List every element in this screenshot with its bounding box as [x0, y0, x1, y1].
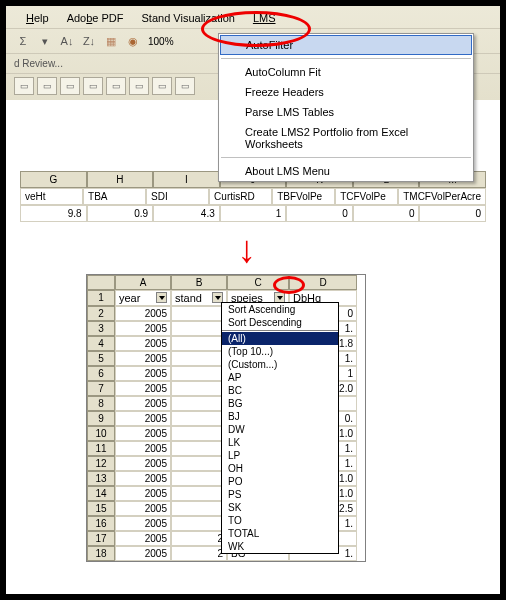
data-cell[interactable]	[171, 456, 227, 471]
menu-adobe-pdf[interactable]: Adobe PDF	[67, 12, 124, 24]
dd-option[interactable]: WK	[222, 540, 338, 553]
sigma-icon[interactable]: Σ	[14, 32, 32, 50]
data-cell[interactable]	[171, 426, 227, 441]
dd-option[interactable]: BC	[222, 384, 338, 397]
col-header[interactable]: H	[87, 171, 154, 188]
data-cell[interactable]: 2005	[115, 471, 171, 486]
header-cell[interactable]: TCFVolPe	[335, 188, 398, 205]
fmt-btn-3[interactable]: ▭	[60, 77, 80, 95]
sort-asc-icon[interactable]: A↓	[58, 32, 76, 50]
zoom-value[interactable]: 100%	[148, 36, 174, 47]
row-header[interactable]: 8	[87, 396, 115, 411]
lms-about[interactable]: About LMS Menu	[219, 161, 473, 181]
row-header[interactable]: 13	[87, 471, 115, 486]
data-cell[interactable]	[171, 366, 227, 381]
dd-option[interactable]: AP	[222, 371, 338, 384]
data-cell[interactable]: 2005	[115, 531, 171, 546]
dd-option[interactable]: PO	[222, 475, 338, 488]
data-cell[interactable]: 1	[220, 205, 287, 222]
row-header[interactable]: 5	[87, 351, 115, 366]
fmt-btn-2[interactable]: ▭	[37, 77, 57, 95]
row-header[interactable]: 12	[87, 456, 115, 471]
dd-option[interactable]: SK	[222, 501, 338, 514]
dropdown-icon[interactable]: ▾	[36, 32, 54, 50]
data-cell[interactable]: 2005	[115, 501, 171, 516]
dd-sort-desc[interactable]: Sort Descending	[222, 316, 338, 329]
data-cell[interactable]	[171, 306, 227, 321]
data-cell[interactable]: 2005	[115, 321, 171, 336]
row-header[interactable]: 9	[87, 411, 115, 426]
fmt-btn-5[interactable]: ▭	[106, 77, 126, 95]
dd-sort-asc[interactable]: Sort Ascending	[222, 303, 338, 316]
header-cell[interactable]: SDI	[146, 188, 209, 205]
data-cell[interactable]	[171, 441, 227, 456]
row-header[interactable]: 18	[87, 546, 115, 561]
data-cell[interactable]: 2	[171, 531, 227, 546]
row-header[interactable]: 10	[87, 426, 115, 441]
fmt-btn-1[interactable]: ▭	[14, 77, 34, 95]
dd-option[interactable]: TO	[222, 514, 338, 527]
data-cell[interactable]: 2005	[115, 351, 171, 366]
row-header[interactable]: 11	[87, 441, 115, 456]
row-header[interactable]: 1	[87, 290, 115, 306]
col-header[interactable]: B	[171, 275, 227, 290]
data-cell[interactable]: 0	[419, 205, 486, 222]
data-cell[interactable]: 2005	[115, 411, 171, 426]
data-cell[interactable]: 2005	[115, 516, 171, 531]
header-cell[interactable]: TMCFVolPerAcre	[398, 188, 486, 205]
data-cell[interactable]: 9.8	[20, 205, 87, 222]
header-cell[interactable]: TBFVolPe	[272, 188, 335, 205]
dd-option[interactable]: PS	[222, 488, 338, 501]
dd-option[interactable]: OH	[222, 462, 338, 475]
row-header[interactable]: 4	[87, 336, 115, 351]
data-cell[interactable]: 0	[353, 205, 420, 222]
data-cell[interactable]: 2	[171, 546, 227, 561]
data-cell[interactable]: 2005	[115, 396, 171, 411]
filter-dropdown-icon[interactable]	[156, 292, 167, 303]
data-cell[interactable]	[171, 486, 227, 501]
data-cell[interactable]: 2005	[115, 426, 171, 441]
row-header[interactable]: 6	[87, 366, 115, 381]
col-header[interactable]: G	[20, 171, 87, 188]
row-header[interactable]: 17	[87, 531, 115, 546]
fmt-btn-8[interactable]: ▭	[175, 77, 195, 95]
menu-help[interactable]: Help	[26, 12, 49, 24]
dd-top10[interactable]: (Top 10...)	[222, 345, 338, 358]
data-cell[interactable]	[171, 321, 227, 336]
row-header[interactable]: 14	[87, 486, 115, 501]
chart-icon[interactable]: ▦	[102, 32, 120, 50]
data-cell[interactable]	[171, 381, 227, 396]
lms-parse-tables[interactable]: Parse LMS Tables	[219, 102, 473, 122]
dd-option[interactable]: LK	[222, 436, 338, 449]
lms-autocolumn[interactable]: AutoColumn Fit	[219, 62, 473, 82]
fmt-btn-4[interactable]: ▭	[83, 77, 103, 95]
data-cell[interactable]: 2005	[115, 546, 171, 561]
data-cell[interactable]	[171, 336, 227, 351]
fmt-btn-6[interactable]: ▭	[129, 77, 149, 95]
dd-option[interactable]: DW	[222, 423, 338, 436]
data-cell[interactable]: 0.9	[87, 205, 154, 222]
data-cell[interactable]	[171, 501, 227, 516]
data-cell[interactable]: 2005	[115, 336, 171, 351]
data-cell[interactable]: 2005	[115, 366, 171, 381]
data-cell[interactable]: 2005	[115, 456, 171, 471]
row-header[interactable]: 16	[87, 516, 115, 531]
lms-freeze-headers[interactable]: Freeze Headers	[219, 82, 473, 102]
data-cell[interactable]: 2005	[115, 486, 171, 501]
lms-create-portfolio[interactable]: Create LMS2 Portfolio from Excel Workshe…	[219, 122, 473, 154]
sort-desc-icon[interactable]: Z↓	[80, 32, 98, 50]
col-header[interactable]: A	[115, 275, 171, 290]
dd-option[interactable]: TOTAL	[222, 527, 338, 540]
data-cell[interactable]	[171, 411, 227, 426]
row-header[interactable]: 15	[87, 501, 115, 516]
row-header[interactable]: 7	[87, 381, 115, 396]
col-header[interactable]: I	[153, 171, 220, 188]
dd-option[interactable]: BG	[222, 397, 338, 410]
row-header[interactable]: 2	[87, 306, 115, 321]
data-cell[interactable]: 2005	[115, 306, 171, 321]
header-cell[interactable]: veHt	[20, 188, 83, 205]
header-cell[interactable]: TBA	[83, 188, 146, 205]
data-cell[interactable]: 0	[286, 205, 353, 222]
filter-cell[interactable]: stand	[171, 290, 227, 306]
data-cell[interactable]	[171, 351, 227, 366]
